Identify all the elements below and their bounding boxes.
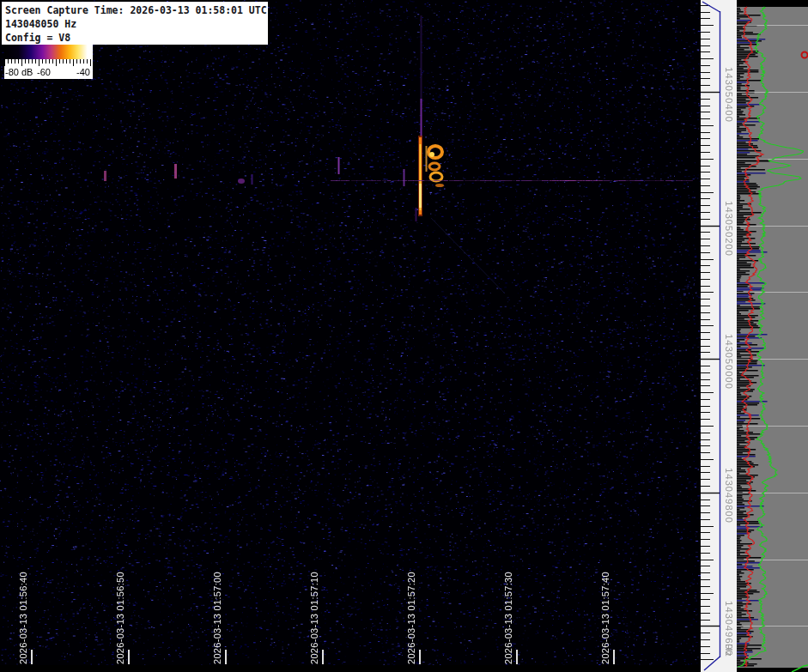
time-tick-label: 2026-03-13 01:57:00 xyxy=(212,572,222,664)
db-scale-ruler: -80 dB -60 -40 xyxy=(4,59,93,79)
db-label-mid: -60 xyxy=(37,67,51,77)
time-tick-label: 2026-03-13 01:57:40 xyxy=(600,572,611,664)
time-tick-mark xyxy=(322,650,324,664)
bottom-margin xyxy=(0,665,701,672)
color-gradient-bar xyxy=(4,45,93,59)
time-tick-label: 2026-03-13 01:57:20 xyxy=(406,572,416,664)
spectrum-side-panel xyxy=(737,0,808,672)
time-tick-mark xyxy=(31,650,33,664)
time-tick-mark xyxy=(419,650,421,664)
db-color-scale: -80 dB -60 -40 xyxy=(4,45,93,79)
frequency-unit-label: Hz xyxy=(724,644,734,657)
time-tick-mark xyxy=(516,650,518,664)
frequency-tick-label: 143050400 xyxy=(724,67,734,123)
time-tick-label: 2026-03-13 01:56:50 xyxy=(115,572,125,664)
screen-capture-window: 2026-03-13 01:56:402026-03-13 01:56:5020… xyxy=(0,0,808,672)
time-tick-mark xyxy=(613,650,615,664)
time-tick-label: 2026-03-13 01:57:10 xyxy=(309,572,319,664)
time-tick-label: 2026-03-13 01:57:30 xyxy=(503,572,513,664)
db-label-max: -40 xyxy=(76,67,90,77)
time-tick-mark xyxy=(128,650,130,664)
time-tick-label: 2026-03-13 01:56:40 xyxy=(18,572,28,664)
frequency-text: 143048050 Hz xyxy=(5,17,268,31)
config-text: Config = V8 xyxy=(5,31,268,45)
spectrogram-waterfall xyxy=(0,0,701,665)
capture-info-box: Screen Capture Time: 2026-03-13 01:58:01… xyxy=(2,2,268,45)
frequency-tick-label: 143049800 xyxy=(724,468,734,524)
frequency-tick-label: 143050000 xyxy=(724,334,734,390)
capture-time-text: Screen Capture Time: 2026-03-13 01:58:01… xyxy=(5,3,268,17)
frequency-tick-label: 143050200 xyxy=(724,201,734,257)
time-tick-mark xyxy=(225,650,227,664)
db-label-min: -80 dB xyxy=(5,67,33,77)
